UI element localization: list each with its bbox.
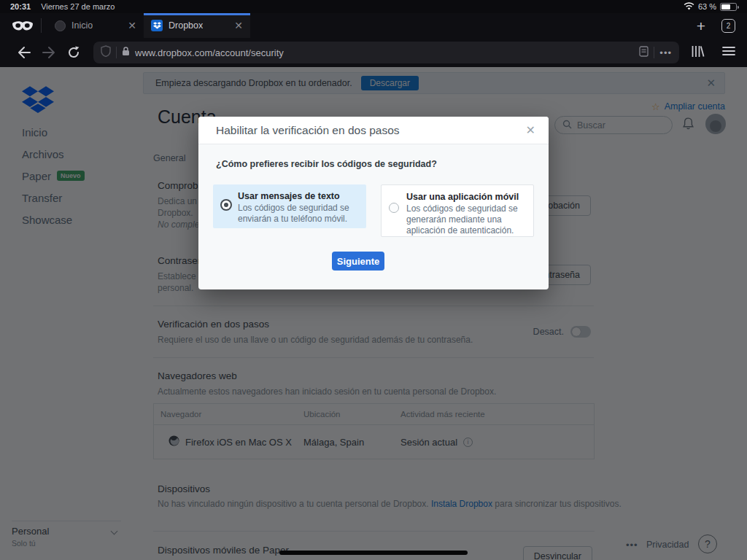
clock: 20:31 bbox=[10, 2, 31, 11]
url-toolbar: www.dropbox.com/account/security bbox=[0, 38, 747, 67]
option-desc: Los códigos de seguridad se generarán me… bbox=[406, 203, 526, 236]
tab-bar-divider bbox=[41, 18, 42, 33]
dropbox-favicon-icon bbox=[151, 20, 163, 31]
tab-inicio[interactable]: Inicio ✕ bbox=[47, 13, 144, 38]
tab-title: Inicio bbox=[71, 20, 93, 31]
url-text[interactable]: www.dropbox.com/account/security bbox=[135, 47, 634, 58]
close-tab-icon[interactable]: ✕ bbox=[128, 20, 136, 31]
two-step-verification-modal: Habilitar la verificación en dos pasos ¿… bbox=[198, 117, 549, 289]
address-bar[interactable]: www.dropbox.com/account/security bbox=[93, 42, 679, 63]
modal-header: Habilitar la verificación en dos pasos bbox=[198, 117, 549, 144]
radio-selected-icon[interactable] bbox=[224, 203, 228, 207]
address-bar-divider bbox=[654, 47, 654, 58]
forward-button[interactable] bbox=[36, 46, 61, 59]
page-actions-icon[interactable] bbox=[659, 47, 672, 58]
battery-percent: 63 % bbox=[698, 2, 716, 11]
home-indicator[interactable] bbox=[279, 551, 468, 555]
option-desc: Los códigos de seguridad se enviarán a t… bbox=[238, 203, 359, 225]
new-tab-button[interactable] bbox=[697, 18, 705, 34]
screen: 20:31 Viernes 27 de marzo 63 % Inicio ✕ … bbox=[0, 0, 747, 560]
tab-bar: Inicio ✕ Dropbox ✕ 2 bbox=[0, 13, 747, 38]
option-text-messages[interactable]: Usar mensajes de texto Los códigos de se… bbox=[213, 184, 366, 228]
battery-icon bbox=[720, 3, 737, 11]
option-title: Usar mensajes de texto bbox=[238, 191, 359, 201]
address-bar-divider bbox=[116, 47, 117, 58]
reload-button[interactable] bbox=[61, 46, 86, 59]
library-icon[interactable] bbox=[691, 45, 705, 61]
close-tab-icon[interactable]: ✕ bbox=[234, 20, 243, 31]
web-content: Inicio Archivos PaperNuevo Transfer Show… bbox=[0, 67, 747, 560]
tab-counter-button[interactable]: 2 bbox=[721, 19, 735, 33]
private-browsing-mask-icon[interactable] bbox=[10, 20, 35, 31]
option-title: Usar una aplicación móvil bbox=[406, 192, 526, 202]
option-mobile-app[interactable]: Usar una aplicación móvil Los códigos de… bbox=[381, 184, 534, 237]
modal-title: Habilitar la verificación en dos pasos bbox=[216, 124, 400, 137]
menu-icon[interactable] bbox=[722, 46, 735, 59]
radio-unselected-icon[interactable] bbox=[389, 203, 399, 213]
browser-chrome: 20:31 Viernes 27 de marzo 63 % Inicio ✕ … bbox=[0, 0, 747, 67]
wifi-icon bbox=[684, 2, 694, 12]
status-bar: 20:31 Viernes 27 de marzo 63 % bbox=[0, 0, 747, 13]
homepage-icon bbox=[55, 20, 66, 31]
modal-close-icon[interactable] bbox=[526, 125, 535, 136]
status-date: Viernes 27 de marzo bbox=[41, 2, 115, 11]
tab-title: Dropbox bbox=[169, 20, 203, 31]
reader-view-icon[interactable] bbox=[639, 46, 649, 60]
lock-icon bbox=[122, 46, 130, 59]
next-button[interactable]: Siguiente bbox=[332, 252, 384, 271]
modal-question: ¿Cómo prefieres recibir los códigos de s… bbox=[216, 159, 437, 169]
back-button[interactable] bbox=[12, 46, 36, 59]
tab-dropbox[interactable]: Dropbox ✕ bbox=[144, 13, 250, 38]
tracking-shield-icon[interactable] bbox=[101, 45, 111, 60]
